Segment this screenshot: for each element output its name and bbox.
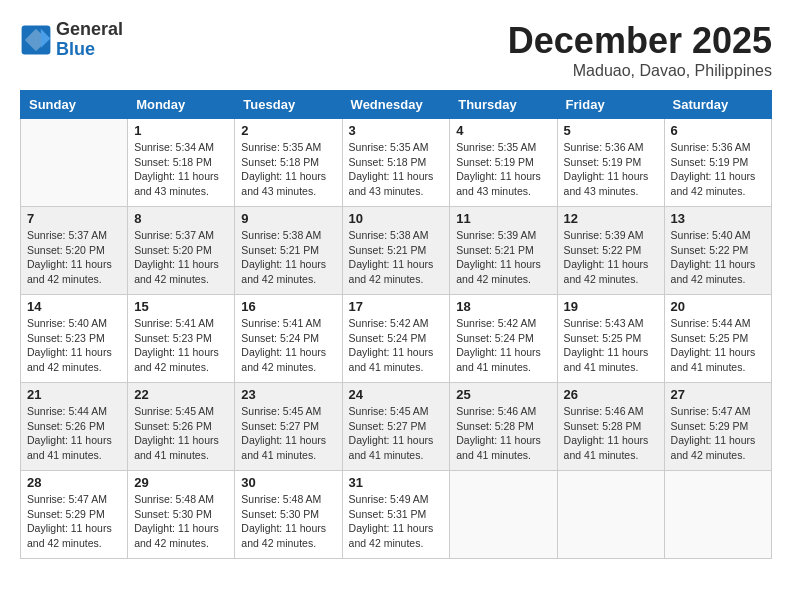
- day-number: 27: [671, 387, 765, 402]
- week-row-1: 1Sunrise: 5:34 AMSunset: 5:18 PMDaylight…: [21, 119, 772, 207]
- calendar-cell: 10Sunrise: 5:38 AMSunset: 5:21 PMDayligh…: [342, 207, 450, 295]
- day-number: 14: [27, 299, 121, 314]
- calendar-cell: 12Sunrise: 5:39 AMSunset: 5:22 PMDayligh…: [557, 207, 664, 295]
- page-header: General Blue December 2025 Maduao, Davao…: [20, 20, 772, 80]
- calendar-table: SundayMondayTuesdayWednesdayThursdayFrid…: [20, 90, 772, 559]
- day-number: 22: [134, 387, 228, 402]
- cell-info: Sunrise: 5:40 AMSunset: 5:22 PMDaylight:…: [671, 228, 765, 287]
- day-number: 13: [671, 211, 765, 226]
- location: Maduao, Davao, Philippines: [508, 62, 772, 80]
- cell-info: Sunrise: 5:38 AMSunset: 5:21 PMDaylight:…: [241, 228, 335, 287]
- week-row-4: 21Sunrise: 5:44 AMSunset: 5:26 PMDayligh…: [21, 383, 772, 471]
- calendar-cell: 23Sunrise: 5:45 AMSunset: 5:27 PMDayligh…: [235, 383, 342, 471]
- day-header-saturday: Saturday: [664, 91, 771, 119]
- cell-info: Sunrise: 5:37 AMSunset: 5:20 PMDaylight:…: [134, 228, 228, 287]
- cell-info: Sunrise: 5:47 AMSunset: 5:29 PMDaylight:…: [671, 404, 765, 463]
- day-header-tuesday: Tuesday: [235, 91, 342, 119]
- calendar-cell: 7Sunrise: 5:37 AMSunset: 5:20 PMDaylight…: [21, 207, 128, 295]
- cell-info: Sunrise: 5:35 AMSunset: 5:18 PMDaylight:…: [241, 140, 335, 199]
- calendar-cell: 9Sunrise: 5:38 AMSunset: 5:21 PMDaylight…: [235, 207, 342, 295]
- calendar-cell: 20Sunrise: 5:44 AMSunset: 5:25 PMDayligh…: [664, 295, 771, 383]
- day-number: 5: [564, 123, 658, 138]
- day-number: 1: [134, 123, 228, 138]
- calendar-cell: 18Sunrise: 5:42 AMSunset: 5:24 PMDayligh…: [450, 295, 557, 383]
- calendar-cell: 13Sunrise: 5:40 AMSunset: 5:22 PMDayligh…: [664, 207, 771, 295]
- title-section: December 2025 Maduao, Davao, Philippines: [508, 20, 772, 80]
- cell-info: Sunrise: 5:45 AMSunset: 5:27 PMDaylight:…: [349, 404, 444, 463]
- cell-info: Sunrise: 5:38 AMSunset: 5:21 PMDaylight:…: [349, 228, 444, 287]
- day-header-thursday: Thursday: [450, 91, 557, 119]
- calendar-cell: 30Sunrise: 5:48 AMSunset: 5:30 PMDayligh…: [235, 471, 342, 559]
- calendar-cell: 2Sunrise: 5:35 AMSunset: 5:18 PMDaylight…: [235, 119, 342, 207]
- day-number: 21: [27, 387, 121, 402]
- day-number: 12: [564, 211, 658, 226]
- day-number: 28: [27, 475, 121, 490]
- calendar-cell: [21, 119, 128, 207]
- calendar-cell: 24Sunrise: 5:45 AMSunset: 5:27 PMDayligh…: [342, 383, 450, 471]
- cell-info: Sunrise: 5:35 AMSunset: 5:19 PMDaylight:…: [456, 140, 550, 199]
- cell-info: Sunrise: 5:40 AMSunset: 5:23 PMDaylight:…: [27, 316, 121, 375]
- cell-info: Sunrise: 5:39 AMSunset: 5:22 PMDaylight:…: [564, 228, 658, 287]
- calendar-cell: 1Sunrise: 5:34 AMSunset: 5:18 PMDaylight…: [128, 119, 235, 207]
- day-number: 8: [134, 211, 228, 226]
- day-number: 6: [671, 123, 765, 138]
- cell-info: Sunrise: 5:47 AMSunset: 5:29 PMDaylight:…: [27, 492, 121, 551]
- day-header-monday: Monday: [128, 91, 235, 119]
- day-number: 9: [241, 211, 335, 226]
- calendar-cell: 27Sunrise: 5:47 AMSunset: 5:29 PMDayligh…: [664, 383, 771, 471]
- calendar-cell: 6Sunrise: 5:36 AMSunset: 5:19 PMDaylight…: [664, 119, 771, 207]
- cell-info: Sunrise: 5:48 AMSunset: 5:30 PMDaylight:…: [134, 492, 228, 551]
- cell-info: Sunrise: 5:42 AMSunset: 5:24 PMDaylight:…: [349, 316, 444, 375]
- cell-info: Sunrise: 5:36 AMSunset: 5:19 PMDaylight:…: [564, 140, 658, 199]
- day-number: 19: [564, 299, 658, 314]
- logo-text: General Blue: [56, 20, 123, 60]
- calendar-cell: 17Sunrise: 5:42 AMSunset: 5:24 PMDayligh…: [342, 295, 450, 383]
- calendar-cell: [557, 471, 664, 559]
- calendar-cell: 31Sunrise: 5:49 AMSunset: 5:31 PMDayligh…: [342, 471, 450, 559]
- cell-info: Sunrise: 5:44 AMSunset: 5:25 PMDaylight:…: [671, 316, 765, 375]
- calendar-cell: 29Sunrise: 5:48 AMSunset: 5:30 PMDayligh…: [128, 471, 235, 559]
- cell-info: Sunrise: 5:49 AMSunset: 5:31 PMDaylight:…: [349, 492, 444, 551]
- cell-info: Sunrise: 5:48 AMSunset: 5:30 PMDaylight:…: [241, 492, 335, 551]
- logo-icon: [20, 24, 52, 56]
- cell-info: Sunrise: 5:46 AMSunset: 5:28 PMDaylight:…: [564, 404, 658, 463]
- calendar-cell: 11Sunrise: 5:39 AMSunset: 5:21 PMDayligh…: [450, 207, 557, 295]
- day-number: 18: [456, 299, 550, 314]
- calendar-cell: 19Sunrise: 5:43 AMSunset: 5:25 PMDayligh…: [557, 295, 664, 383]
- cell-info: Sunrise: 5:42 AMSunset: 5:24 PMDaylight:…: [456, 316, 550, 375]
- week-row-3: 14Sunrise: 5:40 AMSunset: 5:23 PMDayligh…: [21, 295, 772, 383]
- day-number: 25: [456, 387, 550, 402]
- logo: General Blue: [20, 20, 123, 60]
- day-number: 2: [241, 123, 335, 138]
- calendar-cell: 14Sunrise: 5:40 AMSunset: 5:23 PMDayligh…: [21, 295, 128, 383]
- cell-info: Sunrise: 5:44 AMSunset: 5:26 PMDaylight:…: [27, 404, 121, 463]
- day-number: 24: [349, 387, 444, 402]
- day-number: 7: [27, 211, 121, 226]
- calendar-cell: 15Sunrise: 5:41 AMSunset: 5:23 PMDayligh…: [128, 295, 235, 383]
- day-number: 10: [349, 211, 444, 226]
- calendar-cell: 28Sunrise: 5:47 AMSunset: 5:29 PMDayligh…: [21, 471, 128, 559]
- cell-info: Sunrise: 5:35 AMSunset: 5:18 PMDaylight:…: [349, 140, 444, 199]
- calendar-cell: 5Sunrise: 5:36 AMSunset: 5:19 PMDaylight…: [557, 119, 664, 207]
- header-row: SundayMondayTuesdayWednesdayThursdayFrid…: [21, 91, 772, 119]
- day-number: 4: [456, 123, 550, 138]
- calendar-cell: 4Sunrise: 5:35 AMSunset: 5:19 PMDaylight…: [450, 119, 557, 207]
- day-header-friday: Friday: [557, 91, 664, 119]
- day-number: 31: [349, 475, 444, 490]
- calendar-cell: 16Sunrise: 5:41 AMSunset: 5:24 PMDayligh…: [235, 295, 342, 383]
- week-row-5: 28Sunrise: 5:47 AMSunset: 5:29 PMDayligh…: [21, 471, 772, 559]
- day-number: 11: [456, 211, 550, 226]
- day-number: 20: [671, 299, 765, 314]
- day-number: 17: [349, 299, 444, 314]
- day-number: 30: [241, 475, 335, 490]
- cell-info: Sunrise: 5:37 AMSunset: 5:20 PMDaylight:…: [27, 228, 121, 287]
- calendar-cell: 22Sunrise: 5:45 AMSunset: 5:26 PMDayligh…: [128, 383, 235, 471]
- cell-info: Sunrise: 5:43 AMSunset: 5:25 PMDaylight:…: [564, 316, 658, 375]
- cell-info: Sunrise: 5:41 AMSunset: 5:24 PMDaylight:…: [241, 316, 335, 375]
- month-year: December 2025: [508, 20, 772, 62]
- calendar-cell: 25Sunrise: 5:46 AMSunset: 5:28 PMDayligh…: [450, 383, 557, 471]
- day-number: 15: [134, 299, 228, 314]
- cell-info: Sunrise: 5:45 AMSunset: 5:27 PMDaylight:…: [241, 404, 335, 463]
- calendar-cell: 8Sunrise: 5:37 AMSunset: 5:20 PMDaylight…: [128, 207, 235, 295]
- calendar-cell: 3Sunrise: 5:35 AMSunset: 5:18 PMDaylight…: [342, 119, 450, 207]
